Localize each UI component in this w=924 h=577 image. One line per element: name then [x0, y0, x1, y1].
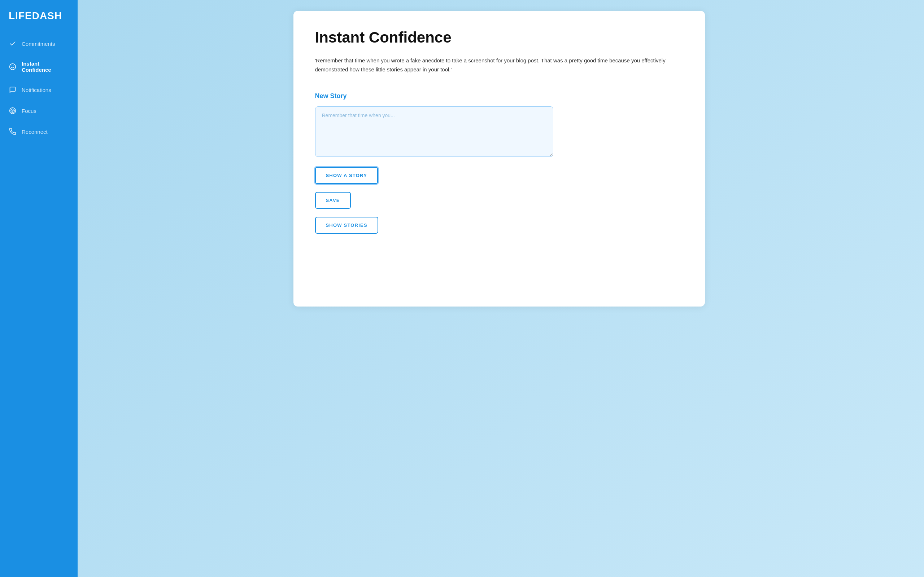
sidebar-item-label: Instant Confidence — [22, 61, 69, 73]
show-stories-button[interactable]: SHOW STORIES — [315, 217, 378, 234]
story-quote: 'Remember that time when you wrote a fak… — [315, 56, 676, 74]
sidebar-item-focus[interactable]: Focus — [0, 100, 78, 121]
sidebar-item-label: Commitments — [22, 41, 55, 47]
page-title: Instant Confidence — [315, 29, 683, 46]
new-story-label: New Story — [315, 92, 683, 100]
sidebar-item-commitments[interactable]: Commitments — [0, 33, 78, 54]
main-wrapper: Instant Confidence 'Remember that time w… — [78, 0, 924, 577]
save-button[interactable]: SAVE — [315, 192, 351, 209]
svg-point-4 — [11, 109, 15, 113]
message-icon — [9, 86, 16, 94]
phone-icon — [9, 128, 16, 135]
main-card: Instant Confidence 'Remember that time w… — [294, 11, 705, 306]
sidebar-item-notifications[interactable]: Notifications — [0, 79, 78, 100]
target-icon — [9, 107, 16, 115]
show-a-story-button[interactable]: SHOW A STORY — [315, 167, 378, 184]
check-icon — [9, 40, 16, 48]
sidebar-item-label: Notifications — [22, 87, 51, 93]
sidebar-item-label: Focus — [22, 108, 36, 114]
sidebar: LIFEDASH Commitments Instant Confidence … — [0, 0, 78, 577]
story-textarea[interactable] — [315, 106, 553, 157]
buttons-container: SHOW A STORY SAVE SHOW STORIES — [315, 167, 683, 242]
svg-point-0 — [10, 64, 16, 70]
svg-point-3 — [10, 108, 16, 114]
svg-point-5 — [12, 110, 13, 111]
smile-icon — [9, 63, 16, 71]
sidebar-item-label: Reconnect — [22, 129, 48, 135]
app-logo: LIFEDASH — [0, 10, 78, 33]
sidebar-item-reconnect[interactable]: Reconnect — [0, 121, 78, 142]
sidebar-item-instant-confidence[interactable]: Instant Confidence — [0, 54, 78, 79]
sidebar-nav: Commitments Instant Confidence Notificat… — [0, 33, 78, 142]
